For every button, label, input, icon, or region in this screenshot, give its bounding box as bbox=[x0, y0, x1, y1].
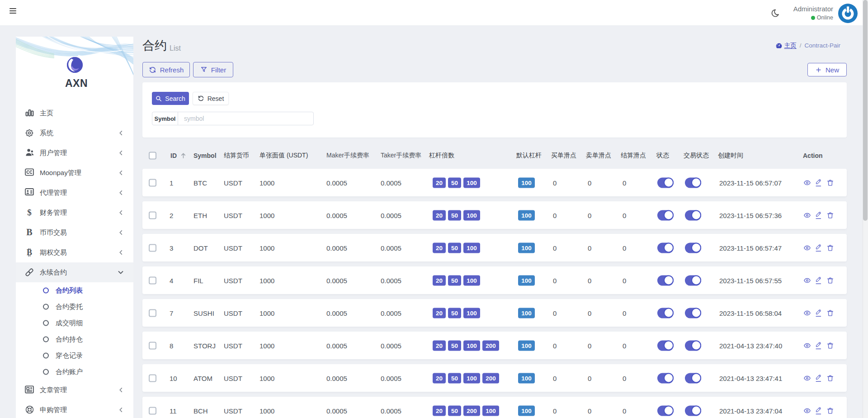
svg-text:$: $ bbox=[27, 208, 32, 217]
svg-text:B: B bbox=[27, 248, 32, 257]
svg-text:B: B bbox=[26, 228, 32, 237]
